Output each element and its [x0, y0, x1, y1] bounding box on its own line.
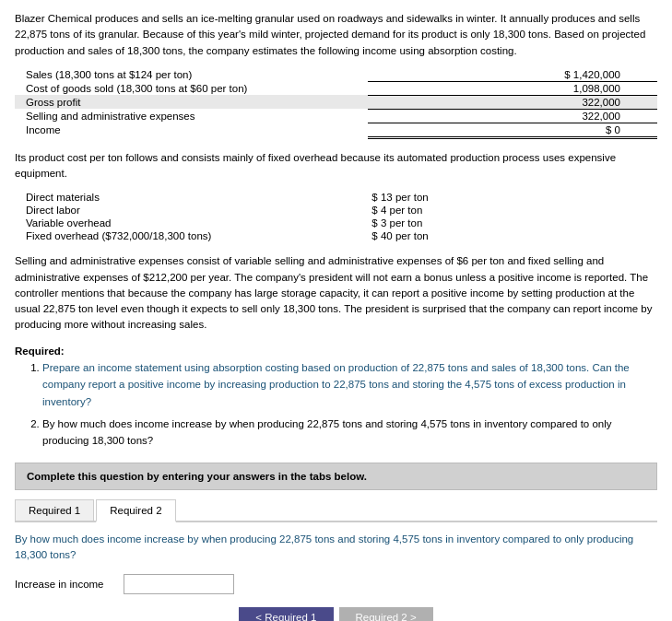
- table-row: Direct materials $ 13 per ton: [15, 191, 657, 204]
- table-row: Sales (18,300 tons at $124 per ton) $ 1,…: [15, 68, 657, 82]
- tab-required2[interactable]: Required 2: [96, 499, 175, 522]
- required-item-1: Prepare an income statement using absorp…: [42, 359, 657, 410]
- row-label: Gross profit: [15, 95, 368, 109]
- intro-paragraph: Blazer Chemical produces and sells an ic…: [15, 11, 657, 59]
- row-value: $ 1,420,000: [368, 68, 657, 82]
- cost-label: Variable overhead: [15, 217, 368, 229]
- row-value: 1,098,000: [368, 81, 657, 95]
- cost-table: Direct materials $ 13 per ton Direct lab…: [15, 191, 657, 242]
- cost-section-intro: Its product cost per ton follows and con…: [15, 150, 657, 182]
- nav-buttons: < Required 1 Required 2 >: [15, 607, 657, 621]
- tab-required1[interactable]: Required 1: [15, 499, 94, 521]
- selling-paragraph: Selling and administrative expenses cons…: [15, 253, 657, 333]
- table-row: Gross profit 322,000: [15, 95, 657, 109]
- prev-button[interactable]: < Required 1: [239, 607, 333, 621]
- row-label: Cost of goods sold (18,300 tons at $60 p…: [15, 81, 368, 95]
- row-label: Income: [15, 123, 368, 137]
- row-value: 322,000: [368, 109, 657, 123]
- cost-value: $ 4 per ton: [368, 204, 657, 217]
- required-label: Required:: [15, 346, 65, 357]
- table-row: Cost of goods sold (18,300 tons at $60 p…: [15, 81, 657, 95]
- required-item-2: By how much does income increase by when…: [42, 416, 657, 450]
- table-row: Selling and administrative expenses 322,…: [15, 109, 657, 123]
- row-value: $ 0: [368, 123, 657, 137]
- input-label: Increase in income: [15, 579, 116, 590]
- tab2-description: By how much does income increase by when…: [15, 532, 657, 564]
- table-row: Variable overhead $ 3 per ton: [15, 217, 657, 229]
- cost-value: $ 3 per ton: [368, 217, 657, 229]
- required-section: Required: Prepare an income statement us…: [15, 343, 657, 450]
- table-row: Direct labor $ 4 per ton: [15, 204, 657, 217]
- table-row: Income $ 0: [15, 123, 657, 137]
- cost-value: $ 40 per ton: [368, 229, 657, 242]
- increase-in-income-input[interactable]: [124, 574, 234, 594]
- cost-label: Direct materials: [15, 191, 368, 204]
- cost-label: Fixed overhead ($732,000/18,300 tons): [15, 229, 368, 242]
- row-value: 322,000: [368, 95, 657, 109]
- cost-label: Direct labor: [15, 204, 368, 217]
- next-button[interactable]: Required 2 >: [339, 607, 433, 621]
- row-label: Sales (18,300 tons at $124 per ton): [15, 68, 368, 82]
- cost-value: $ 13 per ton: [368, 191, 657, 204]
- tabs-row: Required 1 Required 2: [15, 499, 657, 522]
- complete-box: Complete this question by entering your …: [15, 463, 657, 490]
- table-row: Fixed overhead ($732,000/18,300 tons) $ …: [15, 229, 657, 242]
- income-statement-table: Sales (18,300 tons at $124 per ton) $ 1,…: [15, 68, 657, 139]
- row-label: Selling and administrative expenses: [15, 109, 368, 123]
- input-row: Increase in income: [15, 574, 657, 594]
